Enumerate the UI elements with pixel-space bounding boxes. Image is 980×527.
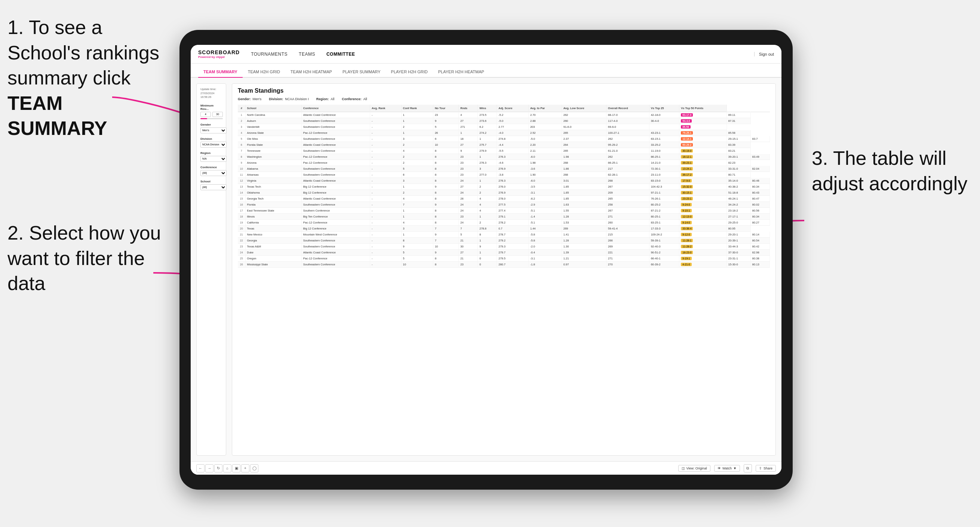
table-cell: 46-24-1: [727, 196, 751, 202]
sign-out-link[interactable]: Sign out: [754, 52, 774, 56]
table-cell: Southeastern Conference: [301, 118, 370, 124]
table-cell: -6.0: [528, 178, 562, 184]
toolbar-time-btn[interactable]: ◯: [250, 464, 258, 472]
table-cell: 86-25-1: [649, 154, 679, 160]
tab-team-h2h-grid[interactable]: TEAM H2H GRID: [243, 67, 285, 78]
toolbar-copy-btn[interactable]: ▣: [232, 464, 240, 472]
table-cell: 0: [478, 262, 497, 268]
table-row: 8WashingtonPac-12 Conference-28231276.3-…: [238, 154, 770, 160]
highlight-score: 9-24-0: [681, 203, 691, 206]
table-cell: 42-18-0: [649, 112, 679, 118]
nav-committee[interactable]: COMMITTEE: [326, 50, 355, 59]
table-cell: 92-40-3: [649, 244, 679, 250]
nav-tournaments[interactable]: TOURNAMENTS: [251, 50, 288, 59]
table-cell: 9: [433, 184, 458, 190]
table-row: 2AuburnSoutheastern Conference-1927273.6…: [238, 118, 770, 124]
view-original-btn[interactable]: ◫ View: Original: [678, 465, 710, 472]
table-row: 19CaliforniaPac-12 Conference-48242278.2…: [238, 220, 770, 226]
table-cell: 18-12-1: [679, 154, 727, 160]
toolbar-reload-btn[interactable]: ↻: [214, 464, 223, 472]
toolbar-nav-group: ← → ↻ ⌂ ▣ + ◯: [196, 464, 258, 472]
table-cell: 21: [238, 232, 245, 238]
table-cell: 6: [238, 142, 245, 148]
table-cell: Texas A&M: [245, 244, 301, 250]
toolbar-add-btn[interactable]: +: [241, 464, 250, 472]
table-cell: 11: [238, 172, 245, 178]
table-cell: 271: [606, 214, 649, 220]
rounds-slider-track[interactable]: [200, 118, 223, 119]
highlight-score: 12-13-0: [681, 215, 693, 218]
table-cell: 17: [238, 208, 245, 214]
sub-nav: TEAM SUMMARY TEAM H2H GRID TEAM H2H HEAT…: [191, 63, 781, 78]
table-cell: 82-28-1: [606, 172, 649, 178]
table-cell: 27: [459, 184, 478, 190]
toolbar-home-btn[interactable]: ⌂: [223, 464, 231, 472]
region-select[interactable]: N/A All: [200, 156, 227, 162]
table-cell: 27: [459, 142, 478, 148]
table-cell: 276.3: [497, 154, 529, 160]
table-cell: 2: [401, 160, 433, 166]
table-cell: Atlantic Coast Conference: [301, 178, 370, 184]
max-input[interactable]: [212, 112, 223, 117]
table-cell: -: [370, 262, 401, 268]
highlight-score: 9-10-1: [681, 209, 691, 212]
table-cell: -2.0: [528, 244, 562, 250]
division-select[interactable]: NCAA Division I NCAA Division II NCAA Di…: [200, 142, 227, 148]
col-wins: Wins: [478, 105, 497, 112]
table-cell: Oregon: [245, 256, 301, 262]
min-input[interactable]: [200, 112, 211, 117]
tab-team-summary[interactable]: TEAM SUMMARY: [198, 67, 243, 78]
table-cell: 2: [478, 184, 497, 190]
table-cell: Arkansas: [245, 172, 301, 178]
table-cell: 13: [238, 184, 245, 190]
standings-table[interactable]: # School Conference Avg. Rank Conf Rank …: [238, 105, 770, 451]
conference-select[interactable]: (All): [200, 170, 227, 176]
tablet-screen: SCOREBOARD Powered by clippd TOURNAMENTS…: [191, 45, 781, 475]
table-cell: 1: [401, 232, 433, 238]
table-cell: 8: [433, 160, 458, 166]
table-cell: 1.41: [562, 232, 606, 238]
highlight-score: 18-23-0: [681, 251, 693, 254]
table-cell: -: [370, 160, 401, 166]
table-cell: 9: [238, 160, 245, 166]
nav-teams[interactable]: TEAMS: [299, 50, 315, 59]
table-cell: 9-24-0: [679, 202, 727, 208]
table-cell: 59-41-4: [606, 226, 649, 232]
table-cell: 80.54: [751, 238, 770, 244]
expand-btn[interactable]: ⧉: [744, 464, 752, 472]
table-cell: 262: [562, 112, 606, 118]
table-cell: -4.4: [497, 142, 529, 148]
filter-conference: Conference (All): [200, 165, 222, 176]
table-cell: 1: [478, 178, 497, 184]
table-cell: 30: [459, 244, 478, 250]
table-cell: Oklahoma: [245, 190, 301, 196]
table-cell: -3.5: [528, 184, 562, 190]
table-cell: -: [370, 244, 401, 250]
table-cell: 11-28-2: [679, 244, 727, 250]
school-select[interactable]: (All): [200, 184, 227, 190]
toolbar-back-btn[interactable]: ←: [196, 464, 205, 472]
table-row: 22GeorgiaSoutheastern Conference-8721127…: [238, 238, 770, 244]
table-cell: Big 12 Conference: [301, 226, 370, 232]
bottom-toolbar: ← → ↻ ⌂ ▣ + ◯ ◫ View: Original 👁 Watch ▼…: [191, 461, 781, 475]
tab-player-h2h-grid[interactable]: PLAYER H2H GRID: [386, 67, 433, 78]
table-cell: 30-19-0: [679, 148, 727, 154]
table-row: 12VirginiaAtlantic Coast Conference-3824…: [238, 178, 770, 184]
table-cell: 9: [401, 244, 433, 250]
watch-btn[interactable]: 👁 Watch ▼: [714, 465, 740, 472]
tab-player-h2h-heatmap[interactable]: PLAYER H2H HEATMAP: [433, 67, 490, 78]
table-cell: 1.28: [562, 214, 606, 220]
tab-player-summary[interactable]: PLAYER SUMMARY: [337, 67, 386, 78]
gender-select[interactable]: Men's Women's: [200, 127, 227, 133]
table-cell: 279.9: [478, 148, 497, 154]
table-cell: 276.9: [497, 190, 529, 196]
toolbar-forward-btn[interactable]: →: [205, 464, 213, 472]
share-btn[interactable]: ⇧ Share: [756, 465, 776, 472]
tab-team-h2h-heatmap[interactable]: TEAM H2H HEATMAP: [285, 67, 337, 78]
table-cell: Big 12 Conference: [301, 190, 370, 196]
table-cell: 39-20-1: [727, 154, 751, 160]
table-row: 21New MexicoMountain West Conference-195…: [238, 232, 770, 238]
table-cell: 25: [238, 256, 245, 262]
table-cell: 279.2: [497, 238, 529, 244]
table-cell: Southeastern Conference: [301, 136, 370, 142]
